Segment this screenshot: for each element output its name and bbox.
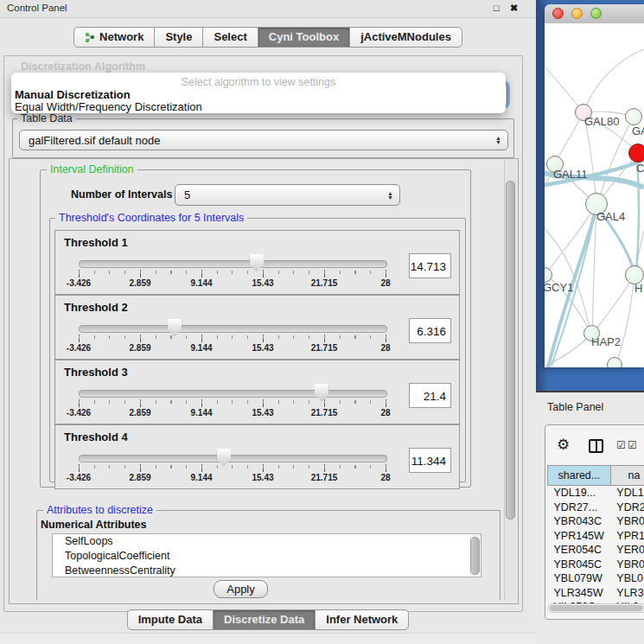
cell[interactable]: YBR045C (548, 558, 611, 572)
num-intervals-label: Number of Intervals (71, 188, 172, 201)
settings-scrollbar[interactable] (504, 160, 516, 601)
cell[interactable]: YBL0 (610, 571, 644, 586)
attributes-list[interactable]: SelfLoops TopologicalCoefficient Between… (52, 533, 481, 577)
tick-label: 28 (380, 473, 390, 482)
threshold-4-value-field[interactable]: 11.344 (409, 448, 451, 473)
combo-spinner-icon[interactable]: ▲▼ (387, 191, 393, 200)
cell[interactable]: YPR145W (548, 529, 611, 544)
tab-jactivemnodules[interactable]: jActiveMNodules (349, 27, 462, 48)
checkbox-icon[interactable]: ☑ (628, 440, 637, 450)
column-header-shared-name[interactable]: shared... (548, 466, 611, 486)
tab-discretize-label: Discretize Data (224, 610, 304, 629)
slider-ticks-minor (79, 465, 386, 469)
node-selected-red[interactable] (628, 143, 644, 163)
cell[interactable]: YDR27... (548, 501, 611, 515)
table-row[interactable]: YBL079WYBL0 (548, 571, 644, 586)
cell[interactable]: YPR1 (610, 529, 644, 544)
table-row[interactable]: YER054CYER0 (548, 543, 644, 558)
apply-button[interactable]: Apply (214, 580, 268, 598)
cell[interactable]: YBL079W (548, 571, 611, 586)
threshold-3-value-field[interactable]: 21.4 (409, 383, 451, 408)
cell[interactable]: YLR3 (610, 586, 644, 601)
table-row[interactable]: YDR27...YDR2 (548, 501, 644, 515)
close-icon[interactable]: ✖ (510, 3, 518, 14)
list-item[interactable]: TopologicalCoefficient (53, 549, 481, 564)
node-label-gcy1: GCY1 (545, 281, 573, 294)
tab-network[interactable]: Network (73, 27, 155, 48)
table-row[interactable]: YLR345WYLR3 (548, 586, 644, 601)
cell[interactable]: YBR0 (610, 558, 644, 572)
threshold-1-row: Threshold 1 -3.426 2.859 9.144 15.43 21.… (54, 230, 460, 295)
tick-label: 2.859 (129, 343, 150, 353)
combo-spinner-icon[interactable]: ▲▼ (495, 136, 501, 144)
cell[interactable]: YBR043C (548, 514, 611, 529)
threshold-1-label: Threshold 1 (64, 236, 128, 249)
list-scrollbar[interactable] (469, 535, 480, 576)
node-label-gal4: GAL4 (596, 210, 625, 223)
tab-style[interactable]: Style (154, 27, 203, 48)
cell[interactable]: YLR345W (548, 586, 611, 601)
network-window-titlebar[interactable] (545, 4, 644, 24)
checkbox-icon[interactable]: ☑ (616, 440, 626, 450)
cell[interactable]: YDL1 (610, 486, 644, 501)
tick-label: 2.859 (129, 473, 150, 482)
threshold-2-slider[interactable] (79, 325, 387, 333)
threshold-2-label: Threshold 2 (64, 301, 128, 314)
threshold-2-row: Threshold 2 -3.426 2.859 9.144 15.43 21.… (54, 295, 460, 360)
table-hscrollbar[interactable] (547, 603, 644, 613)
column-header-name[interactable]: na (610, 466, 644, 486)
threshold-3-row: Threshold 3 -3.426 2.859 9.144 15.43 21.… (54, 360, 460, 424)
columns-icon[interactable] (589, 439, 603, 453)
float-icon[interactable]: □ (494, 3, 500, 13)
close-traffic-light-icon[interactable] (552, 8, 564, 19)
node-top-right[interactable] (625, 108, 642, 125)
tick-label: -3.426 (67, 343, 91, 353)
threshold-1-value-field[interactable]: 14.713 (409, 253, 451, 278)
tab-select[interactable]: Select (202, 27, 258, 48)
popup-option-equal-width[interactable]: Equal Width/Frequency Discretization (13, 100, 202, 113)
cell[interactable]: YDL19... (548, 486, 611, 501)
cell[interactable]: YBR0 (610, 514, 644, 529)
table-row[interactable]: YPR145WYPR1 (548, 529, 644, 544)
list-item[interactable]: BetweennessCentrality (53, 564, 481, 577)
node-label-cut-c: C (636, 162, 644, 175)
tab-infer-network[interactable]: Infer Network (315, 609, 409, 630)
list-item[interactable]: SelfLoops (53, 534, 481, 549)
minimize-traffic-light-icon[interactable] (571, 8, 583, 19)
threshold-1-slider[interactable] (79, 260, 387, 268)
table-hscrollbar-thumb[interactable] (550, 605, 643, 611)
table-data-combobox[interactable]: galFiltered.sif default node ▲▼ (19, 130, 508, 150)
popup-option-manual[interactable]: Manual Discretization (13, 88, 131, 101)
tab-impute-data[interactable]: Impute Data (127, 609, 214, 630)
tab-infer-label: Infer Network (326, 610, 398, 629)
network-view-window[interactable]: GAL80 GA C GAL11 GAL4 GCY1 H HAP2 (545, 4, 644, 367)
table-row[interactable]: YDL19...YDL1 (548, 486, 644, 501)
tick-label: -3.426 (67, 278, 91, 288)
thresholds-group-label: Threshold's Coordinates for 5 Intervals (55, 212, 247, 224)
panel-header: Control Panel □ ✖ (0, 0, 536, 18)
tick-label: -3.426 (67, 408, 91, 418)
threshold-3-slider[interactable] (79, 390, 387, 398)
tick-label: 28 (380, 408, 390, 418)
scrollbar-thumb[interactable] (506, 181, 515, 520)
table-row[interactable]: YBR045CYBR0 (548, 558, 644, 572)
tab-discretize-data[interactable]: Discretize Data (213, 609, 316, 630)
cell[interactable]: YDR2 (610, 501, 644, 515)
threshold-2-value-field[interactable]: 6.316 (409, 318, 451, 343)
cell[interactable]: YER054C (548, 543, 611, 558)
cell[interactable]: YER0 (610, 543, 644, 558)
top-tab-bar: Network Style Select Cyni Toolbox jActiv… (0, 27, 536, 48)
num-intervals-combobox[interactable]: 5 ▲▼ (175, 184, 400, 206)
list-scrollbar-thumb[interactable] (470, 537, 480, 575)
tab-jactive-label: jActiveMNodules (360, 28, 451, 47)
table-row[interactable]: YBR043CYBR0 (548, 514, 644, 529)
tab-cyni-toolbox[interactable]: Cyni Toolbox (258, 27, 350, 48)
tab-network-label: Network (99, 28, 143, 47)
tick-label: 2.859 (129, 408, 150, 418)
threshold-4-slider[interactable] (79, 455, 387, 462)
network-canvas[interactable]: GAL80 GA C GAL11 GAL4 GCY1 H HAP2 (545, 23, 644, 367)
gear-icon[interactable]: ⚙ (557, 437, 570, 452)
zoom-traffic-light-icon[interactable] (590, 8, 602, 19)
node-bottom[interactable] (607, 357, 622, 367)
tab-style-label: Style (165, 28, 192, 47)
